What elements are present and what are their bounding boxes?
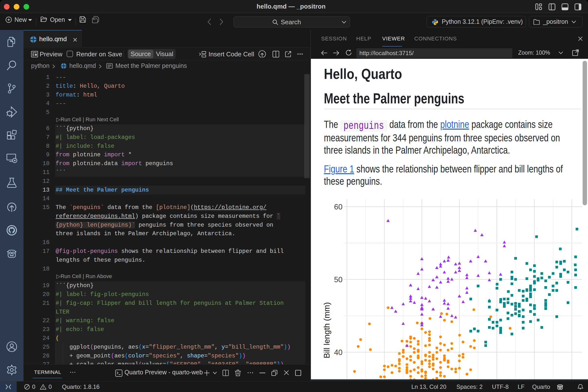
svg-text:50: 50 [334, 276, 342, 284]
svg-text:60: 60 [334, 202, 342, 211]
svg-text:40: 40 [334, 348, 342, 357]
svg-text:Bill length (mm): Bill length (mm) [322, 302, 331, 358]
